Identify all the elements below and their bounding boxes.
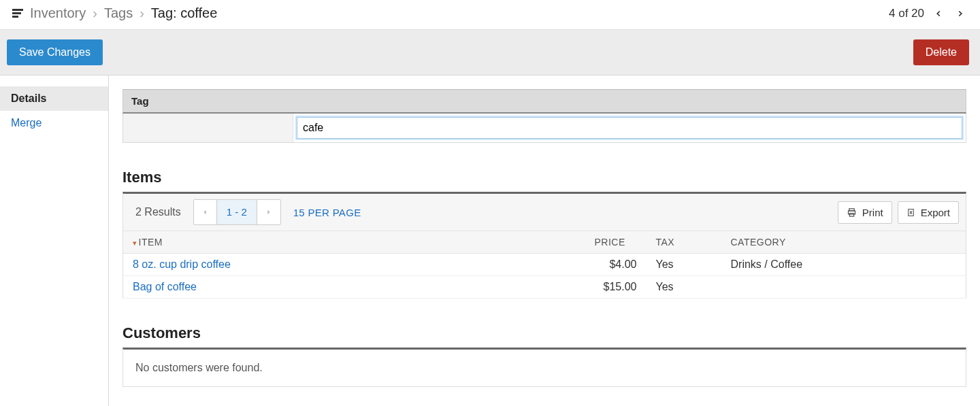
pager-prev[interactable] [931, 6, 946, 21]
breadcrumb-inventory[interactable]: Inventory [30, 5, 86, 21]
table-row: 8 oz. cup drip coffee $4.00 Yes Drinks /… [123, 254, 966, 276]
pager-next[interactable] [953, 6, 968, 21]
breadcrumb-tags[interactable]: Tags [104, 5, 133, 21]
customers-heading: Customers [122, 324, 966, 343]
col-price[interactable]: PRICE [585, 231, 647, 254]
table-row: Bag of coffee $15.00 Yes [123, 276, 966, 299]
item-link[interactable]: Bag of coffee [123, 276, 585, 299]
items-heading: Items [122, 169, 966, 188]
save-button[interactable]: Save Changes [7, 39, 103, 65]
export-button[interactable]: Export [898, 201, 959, 224]
item-price: $15.00 [585, 276, 647, 299]
sidebar-item-merge[interactable]: Merge [0, 111, 108, 135]
customers-empty: No customers were found. [122, 348, 966, 387]
tag-label-cell [123, 114, 293, 142]
svg-marker-1 [267, 210, 270, 215]
svg-marker-0 [204, 210, 206, 215]
items-per-page[interactable]: 15 PER PAGE [293, 207, 361, 218]
inventory-icon [12, 9, 23, 18]
item-category: Drinks / Coffee [721, 254, 966, 276]
record-pager: 4 of 20 [889, 6, 968, 21]
print-button[interactable]: Print [838, 201, 892, 224]
items-pagination: 1 - 2 [193, 199, 281, 225]
breadcrumb: Inventory › Tags › Tag: coffee [12, 5, 217, 21]
items-page-range[interactable]: 1 - 2 [217, 200, 257, 224]
item-category [721, 276, 966, 299]
sidebar-item-details[interactable]: Details [0, 86, 108, 111]
item-tax: Yes [647, 254, 721, 276]
breadcrumb-current: Tag: coffee [151, 5, 218, 21]
print-icon [847, 207, 857, 218]
items-table: ▾ITEM PRICE TAX CATEGORY 8 oz. cup drip … [122, 231, 966, 299]
col-item[interactable]: ▾ITEM [123, 231, 585, 254]
delete-button[interactable]: Delete [913, 39, 969, 65]
items-page-next[interactable] [257, 200, 280, 224]
tag-name-input[interactable] [297, 117, 962, 139]
item-tax: Yes [647, 276, 721, 299]
items-result-count: 2 Results [135, 206, 181, 218]
col-category[interactable]: CATEGORY [721, 231, 966, 254]
col-tax[interactable]: TAX [647, 231, 721, 254]
export-icon [906, 207, 915, 218]
tag-panel-header: Tag [122, 89, 966, 114]
item-link[interactable]: 8 oz. cup drip coffee [123, 254, 585, 276]
pager-position: 4 of 20 [889, 7, 924, 20]
sidebar: Details Merge [0, 75, 109, 406]
sort-desc-icon: ▾ [133, 239, 137, 247]
item-price: $4.00 [585, 254, 647, 276]
chevron-right-icon: › [140, 5, 144, 21]
chevron-right-icon: › [93, 5, 97, 21]
items-page-prev[interactable] [194, 200, 217, 224]
